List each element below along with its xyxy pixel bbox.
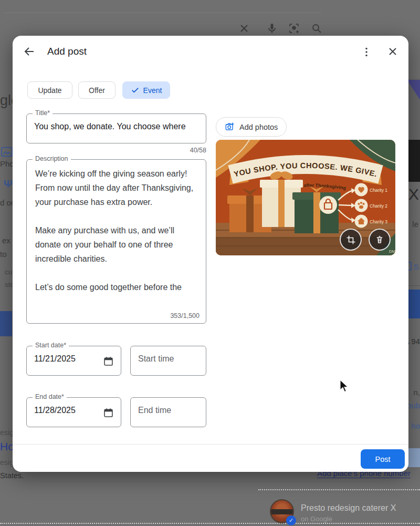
highlight-border-bottom	[0, 523, 420, 524]
mic-icon	[266, 22, 279, 36]
text-fragment: d or	[0, 198, 14, 207]
text-fragment: n,	[413, 388, 420, 397]
link-fragment: ho	[411, 421, 420, 430]
calendar-icon[interactable]	[103, 356, 114, 367]
title-field[interactable]: Title* You shop, we donate. You choose w…	[26, 114, 206, 143]
tab-offer[interactable]: Offer	[78, 81, 116, 99]
add-photos-label: Add photos	[239, 123, 278, 131]
trash-icon	[375, 235, 384, 244]
post-button[interactable]: Post	[361, 449, 405, 469]
title-field-label: Title*	[33, 109, 52, 117]
chip-label: Offer	[89, 86, 105, 95]
text-fragment: to	[0, 250, 7, 259]
start-time-placeholder: Start time	[131, 346, 206, 372]
photo-fragment	[407, 140, 420, 182]
map-image-fragment	[407, 79, 420, 140]
photos-label-fragment: Pho	[0, 159, 14, 168]
description-field[interactable]: Description We’re kicking off the giving…	[26, 159, 206, 324]
text-fragment: ex	[2, 236, 10, 245]
tab-update[interactable]: Update	[27, 81, 72, 99]
end-time-placeholder: End time	[131, 398, 206, 423]
chip-label: Update	[38, 86, 61, 95]
blue-button-fragment	[0, 311, 12, 336]
description-field-value: We’re kicking off the giving season earl…	[27, 160, 206, 316]
add-post-dialog: Add post Update Offer Event Title* You s…	[13, 36, 408, 472]
text-fragment: States.	[0, 471, 24, 480]
dialog-title: Add post	[47, 46, 87, 57]
add-photo-icon	[225, 122, 235, 132]
charity-2-label: Charity 2	[370, 203, 387, 209]
calendar-icon[interactable]	[103, 407, 114, 418]
check-icon	[131, 86, 140, 95]
add-photos-button[interactable]: Add photos	[216, 117, 287, 137]
text-fragment: esig	[0, 428, 14, 437]
end-time-field[interactable]: End time	[130, 397, 206, 427]
back-button[interactable]	[22, 44, 37, 59]
start-time-field[interactable]: Start time	[130, 346, 206, 376]
mouse-cursor	[339, 379, 350, 394]
start-date-field[interactable]: Start date* 11/21/2025	[26, 346, 121, 376]
heading-fragment: X	[408, 185, 419, 203]
title-field-value: You shop, we donate. You choose where	[27, 114, 206, 139]
search-bar-edge	[4, 13, 321, 13]
verified-badge-icon: ✓	[286, 515, 296, 525]
more-options-button[interactable]	[359, 45, 374, 59]
crop-photo-button[interactable]	[340, 229, 362, 251]
search-icon	[310, 22, 324, 36]
crop-icon	[346, 235, 356, 245]
lens-icon	[288, 22, 301, 36]
end-date-field[interactable]: End date* 11/28/2025	[26, 397, 121, 427]
business-name: Presto redesign caterer X	[301, 503, 396, 513]
charity-3-label: Charity 3	[370, 219, 387, 224]
text-fragment: le	[412, 220, 418, 229]
description-field-label: Description	[33, 155, 71, 162]
clear-icon	[238, 22, 251, 36]
link-fragment: oub	[407, 401, 420, 410]
chip-label: Event	[143, 86, 162, 95]
highlight-border-top	[258, 489, 420, 490]
link-fragment: Ho	[0, 440, 14, 453]
description-counter: 353/1,500	[170, 312, 200, 319]
delete-photo-button[interactable]	[369, 229, 391, 251]
footer-divider	[13, 444, 408, 445]
title-counter: 40/58	[26, 147, 206, 154]
close-button[interactable]	[385, 44, 400, 59]
text-fragment: esig	[0, 458, 14, 467]
photo-watermark: DM	[389, 249, 395, 254]
end-date-label: End date*	[33, 393, 67, 400]
tab-event[interactable]: Event	[122, 81, 170, 99]
business-source: on Google	[301, 515, 332, 523]
photos-icon	[1, 147, 13, 157]
charity-1-label: Charity 1	[370, 188, 387, 193]
post-button-label: Post	[375, 455, 390, 463]
blue-banner-fragment	[407, 290, 420, 318]
start-date-label: Start date*	[33, 342, 69, 349]
restaurant-icon: Ψ	[4, 178, 13, 190]
